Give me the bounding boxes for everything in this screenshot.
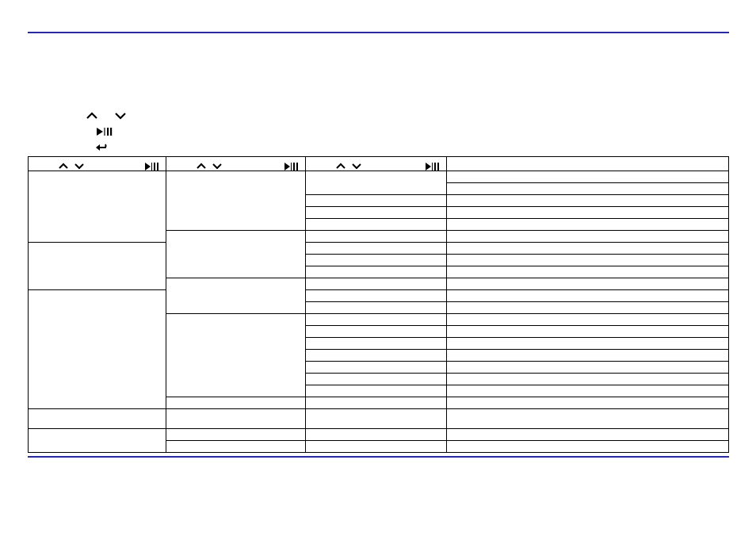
svg-rect-11 [296,163,298,171]
menu-cell [306,338,447,350]
menu-cell [447,385,729,397]
menu-cell [447,278,729,290]
chevron-down-icon [212,159,222,173]
svg-rect-10 [293,163,295,171]
menu-cell [29,243,166,290]
header-cell-4 [447,157,729,171]
play-pause-icon [97,125,113,139]
menu-cell [166,231,306,278]
menu-cell [447,374,729,385]
menu-cell [166,409,306,429]
chevron-up-icon [336,159,346,173]
svg-rect-2 [107,128,109,136]
chevron-up-icon [197,159,206,173]
menu-table [28,156,729,453]
menu-cell [306,362,447,374]
menu-cell [447,429,729,441]
menu-cell [306,397,447,409]
menu-cell [306,441,447,453]
chevron-up-icon [86,109,97,117]
menu-cell [306,207,447,219]
menu-cell [166,314,306,397]
svg-marker-4 [145,163,151,171]
menu-cell [447,314,729,326]
menu-cell [166,429,306,441]
header-area [28,33,729,156]
menu-cell [306,326,447,338]
table-header-row [29,157,729,171]
menu-cell [306,314,447,326]
menu-cell [447,362,729,374]
menu-cell [447,219,729,231]
svg-rect-7 [157,163,158,171]
menu-cell [447,231,729,243]
svg-marker-8 [284,163,290,171]
icon-row-1 [86,109,125,117]
menu-cell [306,219,447,231]
play-pause-icon [284,159,299,174]
menu-cell [447,243,729,255]
menu-cell [306,231,447,243]
menu-cell [306,290,447,302]
svg-rect-6 [154,163,155,171]
chevron-up-icon [59,159,68,173]
svg-rect-15 [437,163,439,171]
menu-cell [447,255,729,266]
svg-marker-12 [426,163,431,171]
menu-cell [306,266,447,278]
menu-cell [306,171,447,195]
menu-cell [306,350,447,362]
menu-cell [166,441,306,453]
menu-cell [29,409,166,429]
menu-cell [29,290,166,409]
header-cell-1 [29,157,166,171]
menu-cell [166,397,306,409]
menu-cell [447,350,729,362]
menu-cell [447,171,729,183]
menu-cell [447,326,729,338]
icon-row-2 [97,125,113,140]
menu-cell [166,171,306,231]
bottom-horizontal-rule [28,456,729,458]
svg-rect-14 [434,163,436,171]
menu-cell [447,397,729,409]
menu-cell [447,441,729,453]
svg-marker-0 [97,128,103,136]
menu-cell [306,429,447,441]
menu-cell [447,195,729,207]
menu-cell [447,409,729,429]
play-pause-icon [145,159,159,174]
menu-cell [29,429,166,453]
menu-cell [306,302,447,314]
menu-cell [447,290,729,302]
menu-cell [306,278,447,290]
menu-cell [166,278,306,314]
back-icon [95,141,109,155]
menu-cell [306,409,447,429]
menu-cell [306,385,447,397]
menu-cell [306,195,447,207]
icon-row-3 [95,141,109,155]
menu-cell [306,255,447,266]
menu-cell [306,243,447,255]
header-cell-2 [166,157,306,171]
play-pause-icon [426,159,440,174]
menu-cell [29,171,166,243]
menu-cell [447,266,729,278]
svg-rect-3 [110,128,112,136]
menu-cell [447,183,729,195]
chevron-down-icon [74,159,84,173]
menu-cell [447,207,729,219]
chevron-down-icon [352,159,361,173]
header-cell-3 [306,157,447,171]
menu-cell [306,374,447,385]
menu-cell [447,338,729,350]
chevron-down-icon [114,109,125,117]
menu-cell [447,302,729,314]
